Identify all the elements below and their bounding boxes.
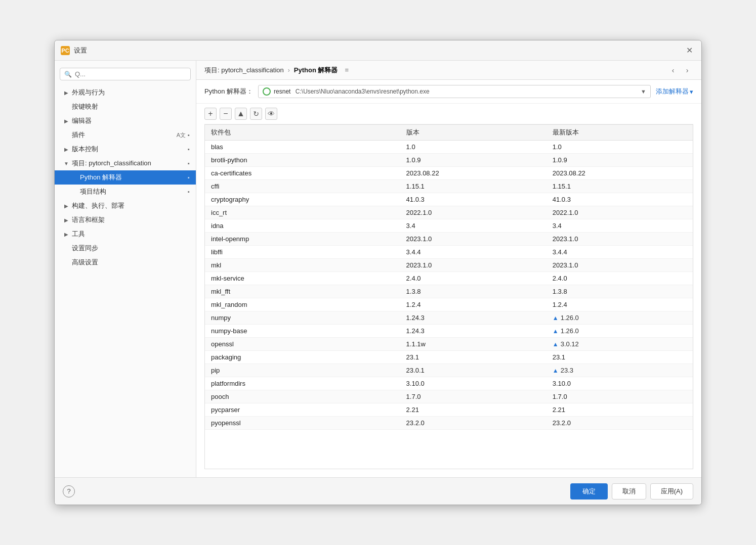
table-row[interactable]: ca-certificates2023.08.222023.08.22 (205, 167, 693, 180)
search-box[interactable]: 🔍 (60, 68, 191, 80)
table-row[interactable]: numpy-base1.24.3▲ 1.26.0 (205, 325, 693, 338)
expand-icon: ▶ (63, 89, 70, 96)
sidebar-item-lang[interactable]: ▶ 语言和框架 (55, 213, 196, 227)
upgrade-arrow-icon: ▲ (553, 328, 559, 335)
search-icon: 🔍 (64, 71, 72, 78)
search-input[interactable] (75, 70, 186, 78)
package-latest: 1.7.0 (547, 390, 693, 403)
sidebar-item-tools[interactable]: ▶ 工具 (55, 227, 196, 241)
package-latest: 41.0.3 (547, 193, 693, 206)
package-version: 23.1 (400, 351, 547, 364)
table-row[interactable]: mkl_random1.2.41.2.4 (205, 298, 693, 311)
col-header-package: 软件包 (205, 125, 400, 141)
table-row[interactable]: brotli-python1.0.91.0.9 (205, 154, 693, 167)
remove-package-button[interactable]: − (220, 108, 232, 120)
expand-icon: ▶ (63, 216, 70, 223)
table-row[interactable]: numpy1.24.3▲ 1.26.0 (205, 311, 693, 325)
cancel-button[interactable]: 取消 (612, 483, 646, 499)
interpreter-name: resnet C:\Users\Nluo\anaconda3\envs\resn… (274, 88, 638, 95)
add-interpreter-button[interactable]: 添加解释器 ▾ (656, 87, 693, 96)
settings-icon: ▪ (188, 146, 190, 152)
table-row[interactable]: packaging23.123.1 (205, 351, 693, 364)
breadcrumb-separator: › (288, 67, 290, 74)
table-row[interactable]: pip23.0.1▲ 23.3 (205, 364, 693, 377)
packages-table: 软件包 版本 最新版本 blas1.01.0brotli-python1.0.9… (204, 124, 693, 469)
sidebar-item-label: 项目: pytorch_classification (72, 159, 151, 168)
package-name: mkl (205, 259, 400, 272)
package-latest: 1.2.4 (547, 298, 693, 311)
package-name: openssl (205, 338, 400, 351)
expand-icon (63, 103, 70, 110)
table-row[interactable]: openssl1.1.1w▲ 3.0.12 (205, 338, 693, 351)
sidebar-item-python-interpreter[interactable]: Python 解释器 ▪ (55, 170, 196, 185)
package-name: cryptography (205, 193, 400, 206)
sidebar-item-vcs[interactable]: ▶ 版本控制 ▪ (55, 142, 196, 156)
package-latest: 3.10.0 (547, 377, 693, 390)
translation-icon: A文 (177, 131, 186, 139)
sidebar-item-advanced[interactable]: 高级设置 (55, 255, 196, 269)
package-version: 41.0.3 (400, 193, 547, 206)
table-row[interactable]: cffi1.15.11.15.1 (205, 180, 693, 193)
table-row[interactable]: intel-openmp2023.1.02023.1.0 (205, 233, 693, 246)
table-row[interactable]: icc_rt2022.1.02022.1.0 (205, 206, 693, 219)
table-row[interactable]: blas1.01.0 (205, 141, 693, 154)
expand-icon (63, 131, 70, 139)
package-name: pip (205, 364, 400, 377)
table-row[interactable]: pooch1.7.01.7.0 (205, 390, 693, 403)
sidebar-item-build[interactable]: ▶ 构建、执行、部署 (55, 199, 196, 213)
eye-button[interactable]: 👁 (265, 108, 277, 120)
table-row[interactable]: idna3.43.4 (205, 219, 693, 233)
package-version: 23.0.1 (400, 364, 547, 377)
dialog-title: 设置 (74, 46, 87, 55)
table-row[interactable]: libffi3.4.43.4.4 (205, 246, 693, 259)
add-package-button[interactable]: + (204, 108, 217, 120)
package-name: intel-openmp (205, 233, 400, 246)
package-version: 1.2.4 (400, 298, 547, 311)
package-latest: 2.21 (547, 403, 693, 417)
package-version: 2023.1.0 (400, 233, 547, 246)
upgrade-arrow-icon: ▲ (553, 314, 559, 322)
refresh-button[interactable]: ↺ (250, 108, 262, 120)
table-row[interactable]: mkl-service2.4.02.4.0 (205, 272, 693, 285)
package-name: cffi (205, 180, 400, 193)
package-name: pyopenssl (205, 417, 400, 430)
package-name: brotli-python (205, 154, 400, 167)
package-version: 2022.1.0 (400, 206, 547, 219)
package-name: icc_rt (205, 206, 400, 219)
expand-icon: ▼ (63, 160, 70, 167)
apply-button[interactable]: 应用(A) (650, 483, 693, 499)
sidebar-item-editor[interactable]: ▶ 编辑器 (55, 114, 196, 128)
close-button[interactable]: ✕ (683, 44, 695, 57)
breadcrumb-current: Python 解释器 (294, 66, 338, 75)
package-version: 1.24.3 (400, 311, 547, 325)
package-latest: 23.2.0 (547, 417, 693, 430)
ok-button[interactable]: 确定 (570, 483, 608, 499)
up-button[interactable]: ▲ (235, 108, 247, 120)
help-button[interactable]: ? (63, 485, 75, 497)
package-latest: ▲ 1.26.0 (547, 311, 693, 325)
back-button[interactable]: ‹ (667, 64, 679, 76)
settings-icon: ▪ (188, 189, 190, 195)
title-bar-left: PC 设置 (61, 46, 87, 55)
package-name: numpy-base (205, 325, 400, 338)
package-latest: 1.15.1 (547, 180, 693, 193)
table-row[interactable]: mkl2023.1.02023.1.0 (205, 259, 693, 272)
table-row[interactable]: cryptography41.0.341.0.3 (205, 193, 693, 206)
table-header-row: 软件包 版本 最新版本 (205, 125, 693, 141)
package-latest: 2.4.0 (547, 272, 693, 285)
table-row[interactable]: pycparser2.212.21 (205, 403, 693, 417)
table-row[interactable]: platformdirs3.10.03.10.0 (205, 377, 693, 390)
sidebar-item-appearance[interactable]: ▶ 外观与行为 (55, 85, 196, 100)
sidebar-item-sync[interactable]: 设置同步 (55, 241, 196, 255)
table-row[interactable]: pyopenssl23.2.023.2.0 (205, 417, 693, 430)
interpreter-select[interactable]: resnet C:\Users\Nluo\anaconda3\envs\resn… (258, 85, 651, 98)
plugin-badges: A文 ▪ (177, 131, 190, 139)
sidebar-item-plugins[interactable]: 插件 A文 ▪ (55, 128, 196, 142)
sidebar-item-label: 项目结构 (80, 187, 106, 196)
sidebar-item-project-structure[interactable]: 项目结构 ▪ (55, 185, 196, 199)
table-row[interactable]: mkl_fft1.3.81.3.8 (205, 285, 693, 298)
sidebar-item-project[interactable]: ▼ 项目: pytorch_classification ▪ (55, 156, 196, 170)
forward-button[interactable]: › (681, 64, 693, 76)
package-name: numpy (205, 311, 400, 325)
sidebar-item-keymap[interactable]: 按键映射 (55, 100, 196, 114)
